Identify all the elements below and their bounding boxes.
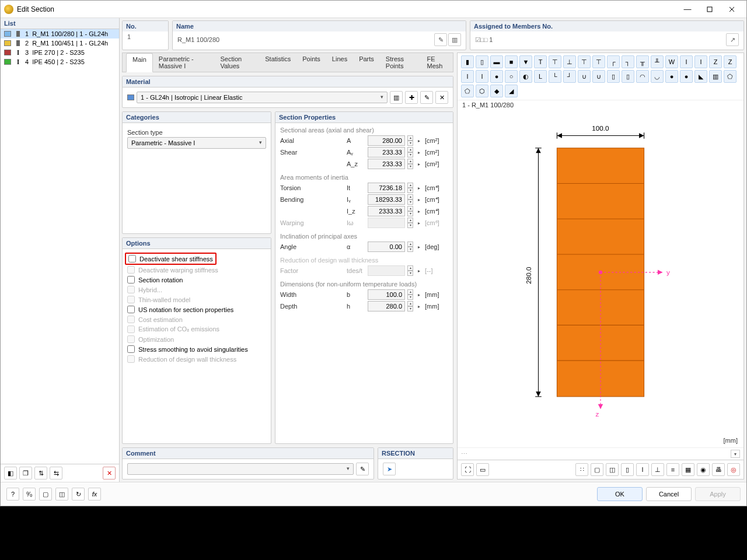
option-checkbox[interactable] (127, 276, 135, 284)
material-select[interactable]: 1 - GL24h | Isotropic | Linear Elastic (137, 92, 388, 103)
ok-button[interactable]: OK (597, 487, 643, 501)
preview-tool-1-icon[interactable]: ⛶ (461, 463, 474, 476)
shape-palette-icon[interactable]: ▮ (461, 55, 474, 68)
list-tool-sort-icon[interactable]: ⇅ (34, 467, 47, 480)
prop-play-icon[interactable]: ▸ (416, 147, 423, 158)
prop-value[interactable]: 280.0 (368, 301, 405, 312)
tab-parts[interactable]: Parts (353, 53, 380, 72)
prop-value[interactable]: 280.00 (368, 135, 405, 146)
members-value[interactable]: 1 (489, 36, 493, 43)
preview-view-6-icon[interactable]: ⊥ (651, 463, 664, 476)
shape-palette-icon[interactable]: ┘ (563, 70, 576, 83)
shape-palette-icon[interactable]: ● (665, 70, 678, 83)
option-checkbox[interactable] (127, 306, 135, 313)
preview-view-10-icon[interactable]: 🖶 (712, 463, 725, 476)
tab-parametric-massive-i[interactable]: Parametric - Massive I (153, 53, 215, 72)
list-tool-delete-icon[interactable]: ✕ (103, 467, 116, 480)
prop-play-icon[interactable]: ▸ (416, 135, 423, 146)
preview-view-5-icon[interactable]: I (636, 463, 649, 476)
list-tool-copy-icon[interactable]: ❐ (19, 467, 32, 480)
tab-main[interactable]: Main (126, 53, 153, 72)
prop-play-icon[interactable]: ▸ (416, 194, 423, 205)
shape-palette-icon[interactable]: ⬠ (724, 70, 736, 83)
section-list[interactable]: 1 R_M1 100/280 | 1 - GL24h 2 R_M1 100/45… (1, 29, 119, 464)
prop-value[interactable]: 2333.33 (368, 206, 405, 216)
prop-value[interactable]: 233.33 (368, 147, 405, 158)
preview-view-1-icon[interactable]: ∷ (575, 463, 588, 476)
tab-points[interactable]: Points (296, 53, 326, 72)
shape-palette-icon[interactable]: Z (709, 55, 722, 68)
list-item[interactable]: 1 R_M1 100/280 | 1 - GL24h (1, 29, 119, 38)
preview-view-2-icon[interactable]: ▢ (591, 463, 603, 476)
shape-palette-icon[interactable]: ⊤ (549, 55, 561, 68)
maximize-button[interactable] (699, 3, 721, 16)
shape-palette-icon[interactable]: ⊥ (563, 55, 576, 68)
prop-stepper[interactable]: ▴▾ (407, 147, 413, 158)
footer-script-icon[interactable]: fx (88, 488, 101, 501)
apply-button[interactable]: Apply (695, 487, 741, 501)
shape-palette-icon[interactable]: T (534, 55, 547, 68)
prop-play-icon[interactable]: ▸ (416, 159, 423, 169)
shape-palette-icon[interactable]: ◣ (694, 70, 707, 83)
shape-palette-icon[interactable]: ⬠ (461, 85, 474, 97)
name-input[interactable]: R_M1 100/280 (177, 36, 432, 43)
members-pick-icon[interactable]: ↗ (726, 33, 739, 46)
tab-fe-mesh[interactable]: FE Mesh (421, 53, 453, 72)
preview-view-9-icon[interactable]: ◉ (697, 463, 710, 476)
prop-play-icon[interactable]: ▸ (416, 183, 423, 193)
option-row[interactable]: US notation for section properties (127, 304, 266, 314)
shape-palette-icon[interactable]: ● (490, 70, 503, 83)
list-item[interactable]: 4 IPE 450 | 2 - S235 (1, 57, 119, 66)
shape-palette-icon[interactable]: W (665, 55, 678, 68)
shape-palette-icon[interactable]: ▯ (607, 70, 620, 83)
option-checkbox[interactable] (127, 345, 135, 353)
preview-view-3-icon[interactable]: ◫ (606, 463, 619, 476)
list-tool-filter-icon[interactable]: ⇆ (50, 467, 62, 480)
shape-palette-icon[interactable]: ◐ (519, 70, 532, 83)
preview-more-icon[interactable]: ⋯ (461, 450, 467, 458)
shape-palette-icon[interactable]: ◠ (636, 70, 649, 83)
shape-palette-icon[interactable]: ▬ (490, 55, 503, 68)
minimize-button[interactable]: — (676, 3, 699, 16)
option-row[interactable]: Section rotation (127, 275, 266, 285)
preview-view-11-icon[interactable]: ◎ (727, 463, 740, 476)
shape-palette-icon[interactable]: ■ (505, 55, 518, 68)
footer-help-icon[interactable]: ? (6, 488, 19, 501)
prop-value[interactable]: 100.0 (368, 289, 405, 300)
tab-statistics[interactable]: Statistics (259, 53, 296, 72)
shape-palette-icon[interactable]: ╨ (651, 55, 664, 68)
shape-palette-icon[interactable]: └ (549, 70, 561, 83)
shape-palette-icon[interactable]: ◆ (490, 85, 503, 97)
section-type-select[interactable]: Parametric - Massive I (127, 137, 266, 149)
list-item[interactable]: 2 R_M1 100/451 | 1 - GL24h (1, 38, 119, 48)
shape-palette-icon[interactable]: ○ (505, 70, 518, 83)
shape-palette-icon[interactable]: L (534, 70, 547, 83)
material-edit-icon[interactable]: ✎ (420, 91, 433, 104)
name-library-icon[interactable]: ▥ (448, 33, 461, 46)
prop-play-icon[interactable]: ▸ (416, 242, 423, 252)
prop-value[interactable]: 7236.18 (368, 183, 405, 193)
material-library-icon[interactable]: ▥ (390, 91, 403, 104)
shape-palette-icon[interactable]: I (461, 70, 474, 83)
shape-palette-icon[interactable]: ┌ (607, 55, 620, 68)
cancel-button[interactable]: Cancel (646, 487, 692, 501)
prop-stepper[interactable]: ▴▾ (407, 183, 413, 193)
prop-value[interactable]: 233.33 (368, 159, 405, 169)
preview-view-4-icon[interactable]: ▯ (621, 463, 634, 476)
list-item[interactable]: 3 IPE 270 | 2 - S235 (1, 48, 119, 57)
footer-refresh-icon[interactable]: ↻ (72, 488, 85, 501)
shape-palette-icon[interactable]: ▯ (476, 55, 488, 68)
list-tool-new-icon[interactable]: ◧ (4, 467, 17, 480)
comment-edit-icon[interactable]: ✎ (356, 463, 369, 475)
comment-select[interactable] (127, 463, 354, 475)
shape-palette-icon[interactable]: ⊤ (592, 55, 605, 68)
prop-value[interactable]: 18293.33 (368, 194, 405, 205)
footer-color-icon[interactable]: ◫ (55, 488, 68, 501)
shape-palette-icon[interactable]: ▥ (709, 70, 722, 83)
prop-stepper[interactable]: ▴▾ (407, 301, 413, 312)
shape-palette-icon[interactable]: ┐ (622, 55, 634, 68)
prop-stepper[interactable]: ▴▾ (407, 289, 413, 300)
preview-view-8-icon[interactable]: ▦ (682, 463, 694, 476)
prop-stepper[interactable]: ▴▾ (407, 135, 413, 146)
option-checkbox[interactable] (128, 255, 136, 262)
